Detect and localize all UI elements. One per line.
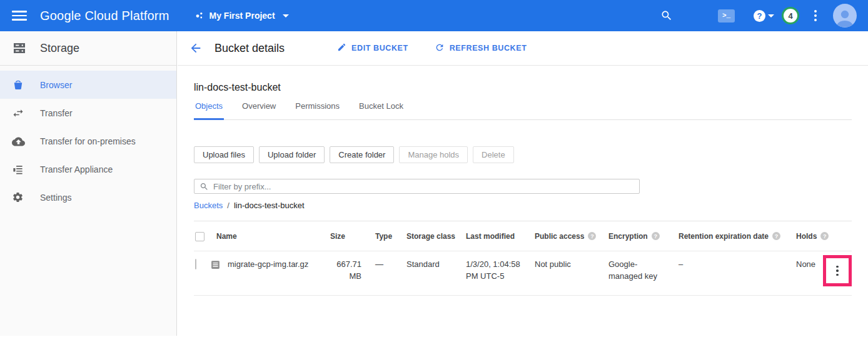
storage-product-icon [11,41,28,56]
column-header-storage-class: Storage class [403,232,466,241]
tab-bucket-lock[interactable]: Bucket Lock [358,101,405,120]
sidebar-item-transfer-for-on-premises[interactable]: Transfer for on-premises [0,127,176,155]
avatar[interactable] [833,4,857,28]
column-header-type: Type [361,232,403,241]
cloud-upload-icon [12,136,26,146]
chevron-down-icon [283,14,289,18]
sidebar-item-settings[interactable]: Settings [0,183,176,211]
help-icon[interactable]: ? [772,232,780,240]
app-window: Google Cloud Platform My First Project >… [0,0,868,336]
cell-type: — [361,259,403,271]
upload-files-button[interactable]: Upload files [194,146,254,163]
sidebar-item-label: Transfer Appliance [40,164,113,174]
table-header-row: NameSizeTypeStorage classLast modifiedPu… [194,221,852,251]
bucket-name: lin-docs-test-bucket [194,82,852,93]
cell-holds: None [785,259,823,271]
tab-objects[interactable]: Objects [194,101,224,120]
delete-button[interactable]: Delete [473,146,514,163]
breadcrumb-current: lin-docs-test-bucket [234,201,305,210]
object-toolbar: Upload filesUpload folderCreate folderMa… [194,146,852,163]
breadcrumb-separator: / [227,201,230,210]
column-header-holds: Holds? [785,232,823,241]
edit-bucket-button[interactable]: EDIT BUCKET [337,43,408,54]
sidebar-item-label: Browser [40,80,72,90]
project-icon [194,11,204,21]
chevron-down-icon [768,14,774,18]
sidebar-header: Storage [0,31,176,66]
sidebar-items: BrowserTransferTransfer for on-premisesT… [0,66,176,211]
topbar-right: >_ ? 4 [660,4,868,28]
object-name-link[interactable]: migrate-gcp-img.tar.gz [228,259,308,271]
sidebar-item-label: Transfer for on-premises [40,136,136,146]
cell-retention: – [660,259,785,271]
search-icon [199,182,209,191]
menu-icon[interactable] [12,11,27,21]
cell-size: 667.71 MB [330,259,361,283]
column-header-encryption: Encryption? [597,232,660,241]
column-header-size: Size [330,232,361,241]
appliance-list-icon [12,163,26,175]
column-header-public-access: Public access? [531,232,597,241]
help-icon[interactable]: ? [652,232,660,240]
cell-storage_class: Standard [403,259,466,271]
page-title: Bucket details [214,42,285,55]
help-icon[interactable]: ? [588,232,596,240]
sidebar-item-transfer-appliance[interactable]: Transfer Appliance [0,155,176,183]
notifications-badge[interactable]: 4 [782,7,799,24]
swap-arrows-icon [12,107,26,119]
gcp-storage-page: Google Cloud Platform My First Project >… [0,0,868,362]
bucket-icon [12,79,26,91]
search-icon[interactable] [660,9,673,22]
back-arrow-icon[interactable] [188,40,204,56]
select-all-checkbox[interactable] [195,232,204,241]
project-name: My First Project [209,11,275,21]
filter-box [194,179,640,194]
refresh-bucket-button[interactable]: REFRESH BUCKET [435,43,527,54]
sidebar-item-label: Settings [40,193,72,203]
top-bar: Google Cloud Platform My First Project >… [0,0,868,31]
filter-prefix-input[interactable] [213,182,639,191]
page-header: Bucket details EDIT BUCKET REFRESH BUCKE… [178,31,868,66]
help-icon[interactable]: ? [820,232,829,240]
manage-holds-button[interactable]: Manage holds [399,146,468,163]
column-header-name: Name [210,232,330,241]
cell-last_modified: 1/3/20, 1:04:58 PM UTC-5 [466,259,531,283]
bucket-tabs: ObjectsOverviewPermissionsBucket Lock [194,101,852,120]
help-menu[interactable]: ? [754,10,774,22]
more-options-icon[interactable] [814,10,817,21]
gear-icon [12,191,26,203]
bucket-content: lin-docs-test-bucket ObjectsOverviewPerm… [178,82,868,296]
table-row: migrate-gcp-img.tar.gz667.71 MB—Standard… [194,251,852,296]
sidebar: Storage BrowserTransferTransfer for on-p… [0,31,177,336]
file-icon [210,259,221,274]
gcp-logo: Google Cloud Platform [40,9,169,23]
sidebar-item-label: Transfer [40,108,73,118]
main-panel: Bucket details EDIT BUCKET REFRESH BUCKE… [178,31,868,336]
breadcrumb-buckets-link[interactable]: Buckets [194,201,223,210]
sidebar-title: Storage [40,42,79,55]
table-body: migrate-gcp-img.tar.gz667.71 MB—Standard… [194,251,852,296]
sidebar-item-transfer[interactable]: Transfer [0,99,176,127]
create-folder-button[interactable]: Create folder [330,146,394,163]
pencil-icon [337,43,346,54]
cell-encryption: Google-managed key [597,259,660,283]
annotation-highlight-box [823,255,852,286]
sidebar-item-browser[interactable]: Browser [0,71,176,99]
tab-permissions[interactable]: Permissions [294,101,341,120]
breadcrumb: Buckets / lin-docs-test-bucket [194,201,852,210]
objects-table: NameSizeTypeStorage classLast modifiedPu… [194,221,852,296]
cell-name: migrate-gcp-img.tar.gz [210,259,330,274]
column-header-retention-expiration-date: Retention expiration date? [660,232,785,241]
column-header-last-modified: Last modified [466,232,531,241]
cell-public_access: Not public [531,259,597,271]
tab-overview[interactable]: Overview [241,101,277,120]
help-icon: ? [754,10,765,22]
row-checkbox[interactable] [195,259,196,269]
upload-folder-button[interactable]: Upload folder [259,146,325,163]
project-selector[interactable]: My First Project [194,11,289,21]
cloud-shell-icon[interactable]: >_ [718,9,735,23]
refresh-icon [435,43,445,54]
row-overflow-menu-icon[interactable] [834,263,841,279]
